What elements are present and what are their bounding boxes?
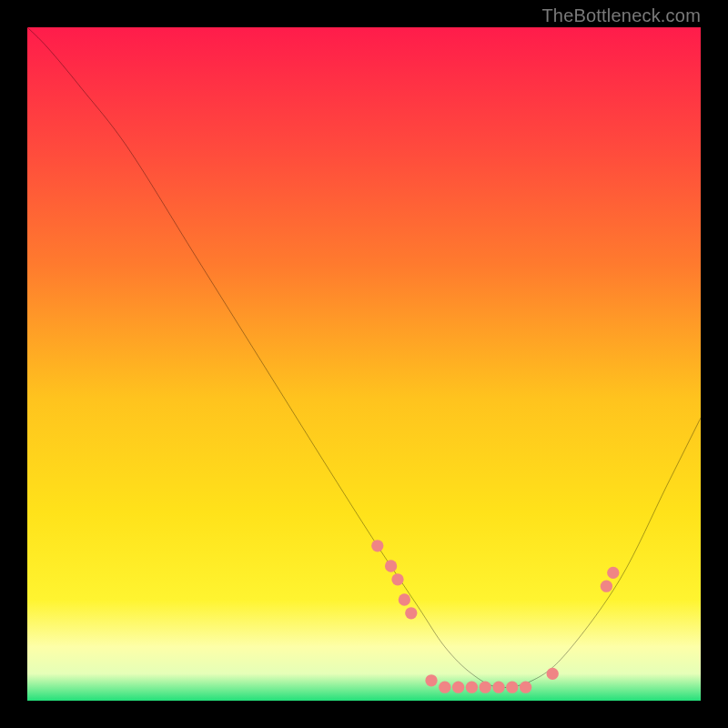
- data-point: [492, 682, 504, 693]
- data-point: [405, 607, 417, 619]
- data-point: [425, 674, 437, 686]
- data-point: [506, 682, 518, 693]
- plot-area: [27, 27, 701, 701]
- data-point: [399, 593, 410, 605]
- data-point: [607, 567, 619, 579]
- data-point: [480, 682, 491, 693]
- data-points: [371, 540, 619, 693]
- data-point: [371, 540, 383, 551]
- watermark-label: TheBottleneck.com: [541, 5, 701, 26]
- data-point: [466, 682, 478, 693]
- bottleneck-curve: [27, 27, 701, 688]
- data-point: [385, 560, 397, 571]
- plot-svg: [27, 27, 701, 701]
- data-point: [547, 668, 559, 680]
- data-point: [391, 573, 403, 585]
- data-point: [601, 581, 612, 592]
- data-point: [452, 682, 464, 693]
- data-point: [439, 682, 450, 693]
- chart-frame: TheBottleneck.com: [0, 0, 728, 728]
- data-point: [520, 682, 531, 693]
